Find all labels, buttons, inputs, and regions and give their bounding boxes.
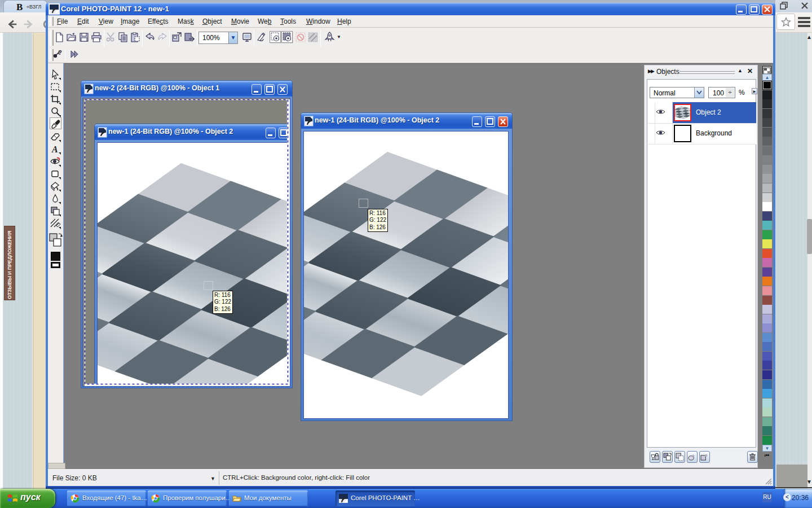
svg-text:?: ?: [58, 49, 62, 56]
svg-text:A: A: [51, 144, 58, 154]
